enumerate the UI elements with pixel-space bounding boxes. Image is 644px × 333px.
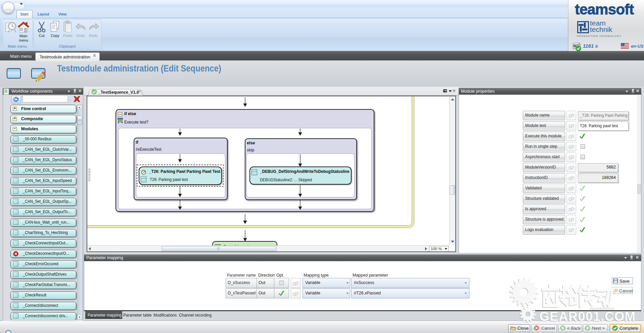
svg-text:GEAR001.COM: GEAR001.COM xyxy=(539,310,635,324)
svg-text:www.gear001.com GEAR TRANSMI: www.gear001.com GEAR TRANSMISSION xyxy=(590,306,615,310)
